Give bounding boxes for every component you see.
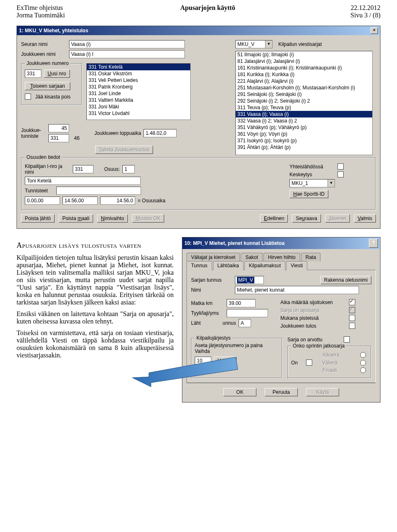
listbox-series[interactable]: 51 Ilmajoki (p); Ilmajoki (i)81 Jalasjär… — [235, 51, 373, 155]
close-icon[interactable]: × — [371, 27, 378, 34]
btn-poista-maali[interactable]: Poista maali — [59, 214, 93, 223]
chevron-down-icon[interactable]: ▼ — [265, 41, 272, 48]
lbl-mukana: Mukana pisteissä — [280, 315, 347, 321]
chk-mukana[interactable] — [349, 315, 355, 321]
list-item[interactable]: 331 Toni Ketelä — [87, 64, 190, 70]
list-item[interactable]: 221 Alajärvi (i); Alajärvi (i) — [236, 78, 372, 84]
lbl-jtunniste: Joukkue- tunniste — [21, 127, 46, 139]
field-seura[interactable]: Vaasa (i) — [69, 40, 185, 48]
field-tyyli[interactable] — [227, 309, 268, 317]
field-osuus[interactable]: 1 — [122, 165, 135, 173]
lbl-jaa-pois: Jää kisasta pois — [35, 94, 70, 100]
btn-nimivaihto[interactable]: Nimivaihto — [97, 214, 128, 223]
chk-on[interactable] — [306, 359, 312, 366]
btn-talleta: Talleta Joukkuemuutos — [95, 146, 153, 154]
btn-edellinen[interactable]: Edellinen — [260, 214, 288, 223]
hdr-left2: Jorma Tuomimäki — [17, 12, 65, 19]
lbl-kilpailija: Kilpailijan l-nro ja nimi — [25, 163, 70, 175]
tab-sakot[interactable]: Sakot — [241, 253, 263, 261]
lbl-aika: Aika määrää sijoituksen — [280, 300, 347, 305]
btn-hae-sportti[interactable]: Hae Sportti-ID — [289, 190, 328, 198]
help-icon[interactable]: ? — [369, 239, 378, 248]
radio-finaali — [360, 367, 366, 373]
chk-jaa-pois[interactable] — [25, 93, 31, 100]
title-1: 1: MKU_V Miehet, yhteistulos — [19, 28, 88, 34]
list-item[interactable]: 331 Joel Linde — [87, 90, 190, 97]
tab-hirven-hiihto[interactable]: Hirven hiihto — [263, 253, 300, 261]
list-item[interactable]: 311 Teuva (p); Teuva (p) — [236, 104, 372, 111]
tab-rata[interactable]: Rata — [301, 253, 320, 261]
hdr-right2: Sivu 3 / (8) — [351, 12, 380, 19]
grp-kj: Kilpailujärjestys — [195, 335, 232, 341]
tab-viesti[interactable]: Viesti — [286, 261, 307, 270]
list-item[interactable]: 161 Kristiinankaupunki (i); Kristiinanka… — [236, 65, 372, 71]
article-p2: Ensiksi väkänen on laitettava kohtaan "S… — [17, 310, 174, 325]
chk-jtulos[interactable] — [349, 323, 355, 329]
list-item[interactable]: 391 Ähtäri (p); Ähtäri (p) — [236, 144, 372, 151]
field-tunnisteet[interactable] — [56, 187, 141, 195]
lbl-tunnisteet: Tunnisteet — [25, 188, 54, 194]
titlebar-2[interactable]: 10: MPI_V Miehet, pienet kunnat Lisätiet… — [182, 237, 380, 249]
btn-peruuta[interactable]: Peruuta — [265, 388, 298, 396]
listbox-members[interactable]: 331 Toni Ketelä331 Oskar Vikström331 Vel… — [86, 63, 191, 120]
lbl-osuusaika: = Osuusaika — [138, 198, 165, 204]
field-t1[interactable]: 0.00,00 — [25, 197, 60, 205]
chk-apusarja — [349, 307, 355, 313]
field-nimi[interactable]: Miehet, pienet kunnat — [235, 286, 359, 294]
field-loppuaika[interactable]: 1.48.02,0 — [143, 129, 177, 137]
list-item[interactable]: 332 Vaasa (i) 2; Vaasa (i) 2 — [236, 117, 372, 124]
list-item[interactable]: 181 Kurikka (i); Kurikka (i) — [236, 71, 372, 78]
list-item[interactable]: 331 Veli Petteri Liedes — [87, 77, 190, 84]
btn-rakenna[interactable]: Rakenna oletusnimi — [320, 276, 371, 284]
tab-tunnus[interactable]: Tunnus — [187, 261, 212, 270]
lbl-aseta: Aseta järjestysnumero ja paina Vaihda — [195, 343, 279, 354]
chk-kesk[interactable] — [337, 171, 344, 177]
btn-toiseen-sarjaan[interactable]: Toiseen sarjaan — [25, 82, 70, 90]
list-item[interactable]: 81 Jalasjärvi (i); Jalasjärvi (i) — [236, 58, 372, 65]
chk-aika[interactable] — [349, 299, 355, 305]
list-item[interactable]: 331 Victor Lövdahl — [87, 110, 190, 117]
tab-l-ht-aika[interactable]: Lähtöaika — [213, 261, 244, 270]
list-item[interactable]: 292 Seinäjoki (i) 2; Seinäjoki (i) 2 — [236, 98, 372, 104]
btn-seuraava[interactable]: Seuraava — [292, 214, 320, 223]
radio-alkuera — [360, 352, 366, 358]
list-item[interactable]: 331 Oskar Vikström — [87, 70, 190, 77]
btn-valmis[interactable]: Valmis — [354, 214, 376, 223]
list-item[interactable]: 51 Ilmajoki (p); Ilmajoki (i) — [236, 51, 372, 58]
hdr-center: Apusarjojen käyttö — [180, 4, 235, 12]
list-item[interactable]: 331 Valtteri Markkila — [87, 97, 190, 103]
field-stun[interactable]: MPI_V — [237, 277, 254, 283]
list-item[interactable]: 291 Seinäjoki (i); Seinäjoki (i) — [236, 91, 372, 98]
lbl-nimi: Nimi — [191, 287, 232, 293]
tab-v-liajat-ja-kierrokset[interactable]: Väliajat ja kierrokset — [187, 253, 240, 261]
svg-marker-0 — [132, 357, 238, 387]
chevron-down-icon[interactable]: ▼ — [328, 180, 335, 187]
titlebar-1[interactable]: 1: MKU_V Miehet, yhteistulos × — [17, 26, 380, 35]
field-kilp-nimi[interactable]: Toni Ketelä — [25, 177, 141, 185]
list-item[interactable]: 331 Patrik Kronberg — [87, 84, 190, 90]
btn-poista-lahto[interactable]: Poista lähtö — [21, 214, 55, 223]
field-matka[interactable]: 39.00 — [227, 299, 256, 307]
field-kilp-nro[interactable]: 331 — [73, 165, 93, 173]
list-item[interactable]: 251 Mustasaari-Korsholm (i); Mustasaari-… — [236, 84, 372, 91]
chk-arvottu[interactable] — [344, 336, 350, 343]
val-tun-b: 46 — [74, 135, 79, 141]
list-item[interactable]: 361 Vöyri (p); Vöyri (p) — [236, 131, 372, 137]
list-item[interactable]: 351 Vähäkyrö (p); Vähäkyrö (p) — [236, 124, 372, 131]
lbl-tyyli: Tyyli/laji/yms — [191, 310, 224, 316]
btn-muutos-ok: Muutos OK — [132, 214, 164, 223]
field-team-number[interactable]: 331 — [25, 69, 41, 78]
field-joukkue[interactable]: Vaasa (i) I — [69, 50, 185, 58]
field-tun-c[interactable]: 331 — [48, 134, 69, 142]
lbl-lahti-partial: Läht — [191, 320, 203, 326]
list-item[interactable]: 331 Joni Mäki — [87, 103, 190, 110]
btn-uusi-nro[interactable]: Uusi nro — [44, 69, 70, 78]
arrow-annotation — [132, 357, 240, 390]
field-tun-a: 45 — [48, 124, 69, 132]
list-item[interactable]: 371 Isokyrö (p); Isokyrö (p) — [236, 137, 372, 144]
tab-kilpailumaksut[interactable]: Kilpailumaksut — [244, 261, 285, 270]
field-t2[interactable]: 14.56,00 — [62, 197, 98, 205]
field-ltun[interactable]: A — [239, 319, 251, 327]
chk-yht[interactable] — [337, 163, 344, 170]
list-item[interactable]: 331 Vaasa (i); Vaasa (i) — [236, 111, 372, 117]
